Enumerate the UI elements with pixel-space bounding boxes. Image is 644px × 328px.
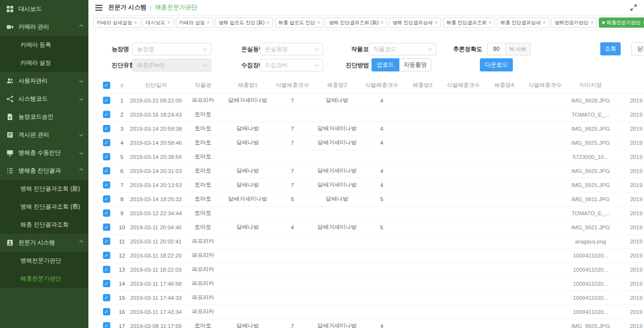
tab-close-icon[interactable]: ×	[489, 20, 491, 25]
sidebar-item-approval[interactable]: 농장코드승인	[0, 108, 88, 126]
tab-close-icon[interactable]: ×	[317, 20, 320, 25]
download-button[interactable]: 다운로드	[480, 58, 513, 71]
sidebar-item-dashboard[interactable]: 대시보드	[0, 0, 88, 18]
farm-name-select[interactable]: 농장명	[132, 43, 211, 55]
sidebar-subitem[interactable]: 해충전문가판단	[0, 270, 88, 288]
sidebar-item-manual-diagnosis[interactable]: 병해충 수동진단	[0, 144, 88, 162]
sidebar-item-system-code[interactable]: 시스템코드	[0, 90, 88, 108]
sidebar-item-board[interactable]: 게시판 관리	[0, 126, 88, 144]
cell: 담배거세미나방	[313, 121, 361, 136]
cell: 5	[361, 192, 402, 206]
tab-item[interactable]: 병해 업로드 진단 (新)×	[215, 17, 273, 28]
table-row: ✓42019-03-14 20:58:46토마토담배나방7담배거세미나방4IMG…	[98, 136, 644, 150]
cell	[443, 93, 484, 107]
tab-item[interactable]: 해충 진단결과조회×	[443, 17, 495, 28]
auto-capture-method-button[interactable]: 자동촬영	[399, 58, 431, 71]
sidebar-subitem[interactable]: 카메라 등록	[0, 36, 88, 54]
row-checkbox[interactable]: ✓	[103, 280, 110, 287]
cell: 2019-03-11 20:02:41	[129, 234, 183, 248]
sidebar-item-users[interactable]: 사용자관리	[0, 72, 88, 90]
tab-item[interactable]: 카메라 상세설정×	[93, 17, 140, 28]
tab-item[interactable]: 해충 진단결과상세×	[497, 17, 549, 28]
tab-close-icon[interactable]: ×	[435, 20, 438, 25]
tab-close-icon[interactable]: ×	[267, 20, 270, 25]
sidebar-item-camera[interactable]: 카메라 관리	[0, 18, 88, 36]
cell: 1000411020...	[565, 291, 616, 305]
row-checkbox[interactable]: ✓	[103, 111, 110, 118]
row-checkbox[interactable]: ✓	[103, 125, 110, 132]
tab-active[interactable]: 해충전문가판단×	[599, 17, 644, 28]
cell: 토마토	[183, 206, 223, 220]
row-checkbox[interactable]: ✓	[103, 167, 110, 174]
tab-item[interactable]: 대시보드×	[142, 17, 173, 28]
search-button[interactable]: 조회	[600, 42, 621, 55]
row-checkbox[interactable]: ✓	[103, 294, 110, 301]
row-checkbox[interactable]: ✓	[103, 97, 110, 104]
tab-close-icon[interactable]: ×	[134, 20, 137, 25]
greenhouse-select[interactable]: 온실동명	[260, 43, 323, 55]
row-checkbox[interactable]: ✓	[103, 252, 110, 259]
tab-close-icon[interactable]: ×	[591, 20, 593, 25]
cell	[361, 234, 402, 248]
chevron-down-icon	[79, 78, 83, 82]
row-checkbox[interactable]: ✓	[103, 308, 110, 315]
cell	[484, 136, 525, 150]
row-checkbox[interactable]: ✓	[103, 181, 110, 189]
sidebar-subitem[interactable]: 병해 진단결과조회 (新)	[0, 180, 88, 198]
row-checkbox[interactable]: ✓	[103, 195, 110, 203]
sidebar-item-expert-system[interactable]: 전문가 시스템	[0, 234, 88, 252]
table-row: ✓32019-03-14 20:59:38토마토담배나방7담배거세미나방4IMG…	[98, 121, 644, 136]
accuracy-input[interactable]	[487, 43, 506, 55]
table-row: ✓92019-03-12 22:34:44토마토TOMATO_E_...2019	[98, 206, 644, 220]
row-checkbox[interactable]: ✓	[103, 266, 110, 273]
sidebar-item-label: 사용자관리	[18, 77, 79, 85]
sidebar-subitem[interactable]: 해충 진단결과조회	[0, 216, 88, 234]
row-checkbox[interactable]: ✓	[103, 153, 110, 160]
cell: 담배나방	[223, 220, 272, 234]
equipment-select[interactable]: 수집장비	[260, 59, 323, 71]
sidebar-item-diagnosis-result[interactable]: 병해충 진단결과	[0, 162, 88, 180]
cell: 2019-03-11 17:46:58	[129, 276, 183, 291]
tab-item[interactable]: 병해전문가판단×	[551, 17, 597, 28]
cell	[272, 276, 313, 291]
cell: IMG_9925.JPG	[565, 164, 616, 178]
cell: 2019-03-14 20:13:53	[129, 178, 183, 192]
fullscreen-icon[interactable]	[630, 4, 637, 11]
tab-close-icon[interactable]: ×	[381, 20, 384, 25]
tab-close-icon[interactable]: ×	[542, 20, 545, 25]
approval-icon	[6, 113, 14, 121]
menu-toggle-icon[interactable]	[95, 4, 102, 12]
sidebar-subitem[interactable]: 병해전문가판단	[0, 252, 88, 270]
tab-close-icon[interactable]: ×	[167, 20, 170, 25]
tab-item[interactable]: 병해 진단결과조회 (新)×	[325, 17, 387, 28]
cell	[361, 206, 402, 220]
dashboard-icon	[6, 5, 14, 13]
tab-item[interactable]: 해충 업로드 진단×	[275, 17, 323, 28]
close-button[interactable]: 닫기	[631, 42, 644, 55]
diagnosis-type-select[interactable]: 해충(Pest)	[132, 59, 211, 71]
cell: 2019-03-14 20:59:38	[129, 121, 183, 136]
cell	[525, 107, 565, 121]
cell: 6	[115, 164, 129, 178]
cell: 파프리카	[183, 262, 223, 276]
cell	[272, 107, 313, 121]
row-checkbox[interactable]: ✓	[103, 322, 110, 328]
sidebar-subitem[interactable]: 카메라 설정	[0, 54, 88, 72]
row-checkbox[interactable]: ✓	[103, 224, 110, 231]
tab-item[interactable]: 카메라 설정×	[176, 17, 213, 28]
tab-close-icon[interactable]: ×	[206, 20, 209, 25]
row-checkbox[interactable]: ✓	[103, 139, 110, 146]
cell: 4	[115, 136, 129, 150]
upload-method-button[interactable]: 업로드	[372, 58, 399, 71]
cell: 담배나방	[313, 93, 361, 107]
equipment-placeholder: 수집장비	[265, 61, 288, 69]
cell	[525, 262, 565, 276]
crop-code-select[interactable]: 작물코드	[368, 43, 436, 55]
cell	[223, 291, 272, 305]
sidebar-subitem[interactable]: 병해 진단결과조회 (舊)	[0, 198, 88, 216]
row-checkbox[interactable]: ✓	[103, 209, 110, 217]
row-checkbox[interactable]: ✓	[103, 238, 110, 245]
select-all-checkbox[interactable]: ✓	[103, 82, 110, 89]
cell	[525, 276, 565, 291]
tab-item[interactable]: 병해 진단결과상세×	[389, 17, 441, 28]
